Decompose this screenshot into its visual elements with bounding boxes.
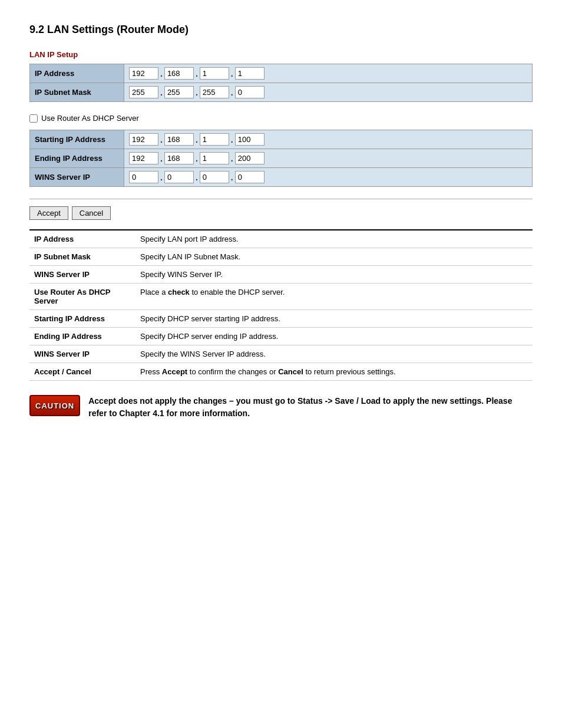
desc-wins-server-ip2-term: WINS Server IP <box>29 345 135 363</box>
button-row: Accept Cancel <box>29 206 533 220</box>
starting-ip-octet2[interactable] <box>164 133 194 146</box>
description-table: IP Address Specify LAN port IP address. … <box>29 229 533 381</box>
desc-ending-ip-term: Ending IP Address <box>29 328 135 345</box>
desc-ip-address: IP Address Specify LAN port IP address. <box>29 230 533 248</box>
dot3: . <box>231 69 233 78</box>
wins-server-row: WINS Server IP . . . <box>30 168 533 187</box>
desc-ip-address-term: IP Address <box>29 230 135 248</box>
caution-badge-text: CAUTION <box>35 401 74 410</box>
ip-address-fields: . . . <box>124 64 533 83</box>
desc-accept-cancel: Accept / Cancel Press Accept to confirm … <box>29 363 533 381</box>
ending-ip-octet2[interactable] <box>164 152 194 164</box>
subnet-octet3[interactable] <box>200 86 229 98</box>
ip-address-octet4[interactable] <box>235 67 265 80</box>
desc-wins-server-ip2: WINS Server IP Specify the WINS Server I… <box>29 345 533 363</box>
desc-wins-server-ip2-def: Specify the WINS Server IP address. <box>135 345 533 363</box>
desc-dhcp-server-term: Use Router As DHCPServer <box>29 284 135 310</box>
desc-dhcp-server-def: Place a check to enable the DHCP server. <box>135 284 533 310</box>
ip-address-octet1[interactable] <box>129 67 158 80</box>
wins-server-fields: . . . <box>124 168 533 187</box>
desc-ip-subnet-mask: IP Subnet Mask Specify LAN IP Subnet Mas… <box>29 248 533 266</box>
dot2: . <box>196 69 198 78</box>
ip-address-row: IP Address . . . <box>30 64 533 83</box>
desc-ip-subnet-mask-term: IP Subnet Mask <box>29 248 135 266</box>
caution-box: CAUTION Accept does not apply the change… <box>29 395 533 420</box>
starting-ip-octet3[interactable] <box>200 133 229 146</box>
desc-starting-ip-term: Starting IP Address <box>29 310 135 328</box>
dot1: . <box>160 69 163 78</box>
starting-ip-row: Starting IP Address . . . <box>30 130 533 149</box>
page-title: 9.2 LAN Settings (Router Mode) <box>29 24 533 36</box>
subnet-octet1[interactable] <box>129 86 158 98</box>
lan-ip-table: IP Address . . . IP Subnet Mask . . . <box>29 64 533 102</box>
wins-octet4[interactable] <box>235 171 265 183</box>
desc-ip-subnet-mask-def: Specify LAN IP Subnet Mask. <box>135 248 533 266</box>
caution-message: Accept does not apply the changes – you … <box>88 395 533 420</box>
ip-address-label: IP Address <box>30 64 124 83</box>
desc-ending-ip-def: Specify DHCP server ending IP address. <box>135 328 533 345</box>
section-label: LAN IP Setup <box>29 50 533 59</box>
subnet-dot2: . <box>196 88 198 97</box>
desc-starting-ip: Starting IP Address Specify DHCP server … <box>29 310 533 328</box>
ip-address-octet2[interactable] <box>164 67 194 80</box>
dhcp-checkbox[interactable] <box>29 114 38 123</box>
wins-octet2[interactable] <box>164 171 194 183</box>
caution-badge: CAUTION <box>29 395 80 416</box>
starting-ip-fields: . . . <box>124 130 533 149</box>
subnet-dot3: . <box>231 88 233 97</box>
ending-ip-octet1[interactable] <box>129 152 158 164</box>
desc-wins-server-def: Specify WINS Server IP. <box>135 266 533 284</box>
dhcp-checkbox-row: Use Router As DHCP Server <box>29 114 533 123</box>
desc-wins-server-term: WINS Server IP <box>29 266 135 284</box>
desc-dhcp-server: Use Router As DHCPServer Place a check t… <box>29 284 533 310</box>
starting-ip-octet1[interactable] <box>129 133 158 146</box>
starting-ip-octet4[interactable] <box>235 133 265 146</box>
ip-subnet-mask-fields: . . . <box>124 83 533 102</box>
dhcp-table: Starting IP Address . . . Ending IP Addr… <box>29 130 533 187</box>
ip-address-octet3[interactable] <box>200 67 229 80</box>
desc-accept-cancel-term: Accept / Cancel <box>29 363 135 381</box>
desc-starting-ip-def: Specify DHCP server starting IP address. <box>135 310 533 328</box>
ending-ip-octet3[interactable] <box>200 152 229 164</box>
subnet-octet4[interactable] <box>235 86 265 98</box>
subnet-octet2[interactable] <box>164 86 194 98</box>
ip-subnet-mask-row: IP Subnet Mask . . . <box>30 83 533 102</box>
wins-octet1[interactable] <box>129 171 158 183</box>
desc-wins-server: WINS Server IP Specify WINS Server IP. <box>29 266 533 284</box>
starting-ip-label: Starting IP Address <box>30 130 124 149</box>
divider <box>29 199 533 199</box>
wins-octet3[interactable] <box>200 171 229 183</box>
ip-subnet-mask-label: IP Subnet Mask <box>30 83 124 102</box>
ending-ip-octet4[interactable] <box>235 152 265 164</box>
desc-ip-address-def: Specify LAN port IP address. <box>135 230 533 248</box>
subnet-dot1: . <box>160 88 163 97</box>
desc-ending-ip: Ending IP Address Specify DHCP server en… <box>29 328 533 345</box>
desc-accept-cancel-def: Press Accept to confirm the changes or C… <box>135 363 533 381</box>
accept-button[interactable]: Accept <box>29 206 68 220</box>
ending-ip-fields: . . . <box>124 149 533 168</box>
cancel-button[interactable]: Cancel <box>72 206 111 220</box>
wins-server-label: WINS Server IP <box>30 168 124 187</box>
ending-ip-row: Ending IP Address . . . <box>30 149 533 168</box>
dhcp-checkbox-label[interactable]: Use Router As DHCP Server <box>41 114 139 123</box>
ending-ip-label: Ending IP Address <box>30 149 124 168</box>
